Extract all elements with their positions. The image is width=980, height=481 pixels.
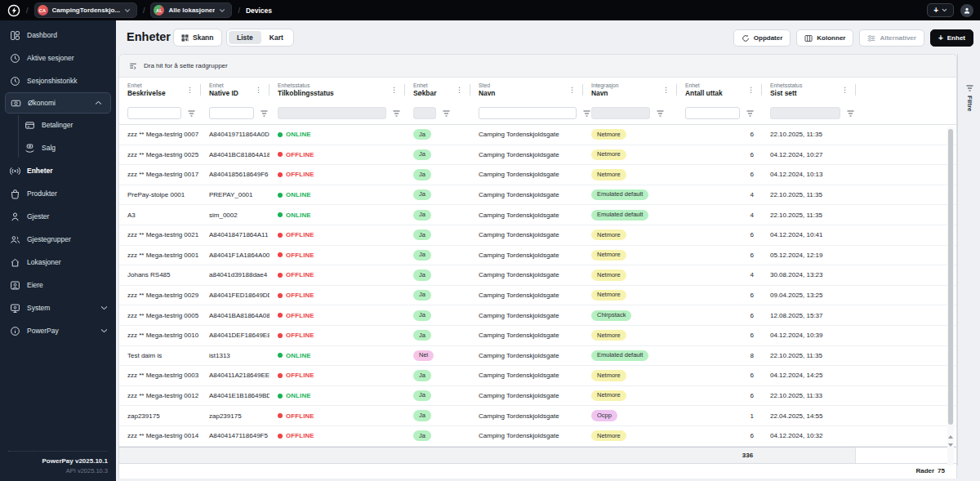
cell-sokbar: Ja [405, 370, 470, 381]
sidebar-item-powerpay[interactable]: PowerPay [0, 319, 116, 342]
filter-funnel-icon[interactable] [188, 110, 195, 117]
column-header-tilkoblingsstatus[interactable]: EnhetsstatusTilkoblingsstatus⋮ [270, 78, 405, 102]
status-dot-icon [278, 132, 283, 137]
sidebar-item-salg[interactable]: Salg [0, 136, 116, 159]
sidebar-item-aktive-sesjoner[interactable]: Aktive sesjoner [0, 47, 116, 69]
table-row[interactable]: Test daim isist1313ONLINENeiCamping Tord… [119, 346, 956, 367]
view-toggle-map[interactable]: Kart [261, 31, 292, 44]
sidebar-item--konomi[interactable]: Økonomi [5, 92, 111, 114]
table-row[interactable]: zzz ** Mega-testrig 0021A840418471864A11… [119, 225, 956, 246]
owner-icon [10, 280, 20, 291]
columns-button[interactable]: Kolonner [796, 29, 853, 47]
table-row[interactable]: zzz ** Mega-testrig 0029A84041FED18649DD… [119, 286, 956, 306]
refresh-button[interactable]: Oppdater [733, 29, 791, 47]
table-row[interactable]: zzz ** Mega-testrig 0001A84041F1A1864A00… [119, 246, 956, 266]
profile-avatar[interactable] [960, 4, 973, 17]
bag-icon [10, 189, 20, 199]
row-group-dropzone[interactable]: Dra hit for å sette radgrupper [119, 55, 956, 78]
filters-panel-tab[interactable]: Filtre [958, 82, 980, 112]
column-header-navn[interactable]: IntegrasjonNavn⋮ [583, 78, 677, 102]
table-row[interactable]: zzz ** Mega-testrig 0005A84041BA81864A08… [119, 305, 956, 326]
column-header-s-kbar[interactable]: EnhetSøkbar⋮ [405, 78, 470, 102]
sidebar-item-betalinger[interactable]: Betalinger [0, 114, 116, 136]
column-menu-icon[interactable]: ⋮ [568, 87, 576, 94]
scrollbar-thumb[interactable] [948, 129, 953, 425]
scroll-down-icon[interactable] [948, 443, 953, 447]
quick-add-button[interactable]: + [927, 3, 954, 17]
options-button[interactable]: Alternativer [859, 29, 924, 47]
filter-input-beskrivelse[interactable] [127, 107, 181, 119]
column-menu-icon[interactable]: ⋮ [841, 87, 849, 94]
filter-input-antall-uttak[interactable] [685, 107, 740, 119]
location-selector[interactable]: AL Alle lokasjoner [150, 2, 232, 18]
sidebar-item-system[interactable]: System [0, 296, 116, 319]
table-row[interactable]: zzz ** Mega-testrig 0025A84041BC81864A18… [119, 145, 956, 166]
table-row[interactable]: zzz ** Mega-testrig 0012A84041E1B18649BD… [119, 386, 956, 407]
cell-sted: Camping Tordenskjoldsgate [470, 312, 583, 319]
sidebar-item-sesjonshistorikk[interactable]: Sesjonshistorikk [0, 69, 116, 92]
powerpay-logo-icon[interactable] [7, 3, 20, 17]
sidebar-item-gjestegrupper[interactable]: Gjestegrupper [0, 228, 116, 251]
table-row[interactable]: A3sim_0002ONLINEJaCamping Tordenskjoldsg… [119, 205, 956, 225]
company-selector[interactable]: CA CampingTordenskjo... [34, 2, 137, 18]
filter-input-native-id[interactable] [209, 107, 254, 119]
filter-funnel-icon[interactable] [657, 110, 664, 117]
sidebar-item-lokasjoner[interactable]: Lokasjoner [0, 251, 116, 274]
table-row[interactable]: zap239175zap239175OFFLINEJaCamping Torde… [119, 406, 956, 426]
cell-native-id: A84041DEF18649E8 [201, 332, 270, 339]
status-dot-icon [278, 353, 283, 358]
column-menu-icon[interactable]: ⋮ [255, 87, 262, 94]
table-row[interactable]: zzz ** Mega-testrig 0014A8404147118649F5… [119, 426, 956, 447]
sokbar-badge: Ja [413, 129, 431, 140]
column-header-beskrivelse[interactable]: EnhetBeskrivelse⋮ [119, 78, 201, 102]
view-toggle-list[interactable]: Liste [229, 31, 261, 44]
filter-funnel-icon[interactable] [847, 110, 854, 117]
home-icon [10, 257, 20, 268]
add-device-button[interactable]: + Enhet [930, 29, 973, 47]
integration-badge: Netmore [591, 250, 626, 261]
filter-funnel-icon[interactable] [393, 110, 400, 117]
sidebar-item-gjester[interactable]: Gjester [0, 205, 116, 228]
cell-sist-sett: 04.12.2024, 10:41 [762, 231, 856, 238]
filter-input-navn[interactable] [479, 107, 577, 119]
scroll-up-icon[interactable] [948, 435, 953, 439]
topbar: / CA CampingTordenskjo... / AL Alle loka… [0, 0, 980, 20]
chevron-down-icon [219, 8, 225, 13]
table-row[interactable]: zzz ** Mega-testrig 0007A840419711864A0D… [119, 125, 956, 145]
chevron-down-icon [942, 8, 947, 12]
column-menu-icon[interactable]: ⋮ [747, 87, 755, 94]
scan-button[interactable]: Skann [173, 29, 222, 47]
column-header-navn[interactable]: StedNavn⋮ [470, 78, 583, 102]
filter-funnel-icon[interactable] [746, 110, 754, 117]
column-header-native-id[interactable]: EnhetNative ID⋮ [201, 78, 270, 102]
cell-tilkoblingsstatus: ONLINE [270, 352, 405, 359]
column-header-sist-sett[interactable]: EnhetsstatusSist sett⋮ [762, 78, 856, 102]
column-menu-icon[interactable]: ⋮ [390, 87, 398, 94]
sidebar-item-dashbord[interactable]: Dashbord [0, 24, 116, 47]
cell-native-id: a84041d39188dae4 [201, 271, 270, 278]
cell-antall-uttak: 1 [677, 412, 762, 420]
filter-funnel-icon[interactable] [261, 110, 268, 117]
sidebar-item-produkter[interactable]: Produkter [0, 182, 116, 205]
column-menu-icon[interactable]: ⋮ [186, 87, 194, 94]
sidebar-item-enheter[interactable]: Enheter [0, 159, 116, 182]
filter-input-tilkoblingsstatus [278, 107, 386, 119]
sidebar-item-label: Dashbord [27, 31, 57, 39]
column-group-label: Sted [479, 82, 583, 89]
cell-sist-sett: 22.10.2025, 11:33 [762, 392, 856, 399]
table-row[interactable]: Johans RS485a84041d39188dae4OFFLINEJaCam… [119, 265, 956, 286]
table-row[interactable]: PrePay-stolpe 0001PREPAY_0001ONLINEJaCam… [119, 185, 956, 206]
column-menu-icon[interactable]: ⋮ [662, 87, 670, 94]
table-row[interactable]: zzz ** Mega-testrig 0017A8404185618649F6… [119, 165, 956, 185]
filter-funnel-icon[interactable] [443, 110, 450, 117]
column-header-antall-uttak[interactable]: EnhetAntall uttak⋮ [677, 78, 762, 102]
cell-sted: Camping Tordenskjoldsgate [470, 292, 583, 299]
sidebar-item-eiere[interactable]: Eiere [0, 274, 116, 296]
column-menu-icon[interactable]: ⋮ [456, 87, 463, 94]
cell-integrasjon: Netmore [583, 129, 677, 140]
vertical-scrollbar[interactable] [947, 127, 954, 465]
cell-antall-uttak: 4 [677, 271, 762, 278]
table-row[interactable]: zzz ** Mega-testrig 0010A84041DEF18649E8… [119, 326, 956, 346]
plus-icon: + [933, 7, 938, 15]
table-row[interactable]: zzz ** Mega-testrig 0003A840411A218649EE… [119, 366, 956, 386]
